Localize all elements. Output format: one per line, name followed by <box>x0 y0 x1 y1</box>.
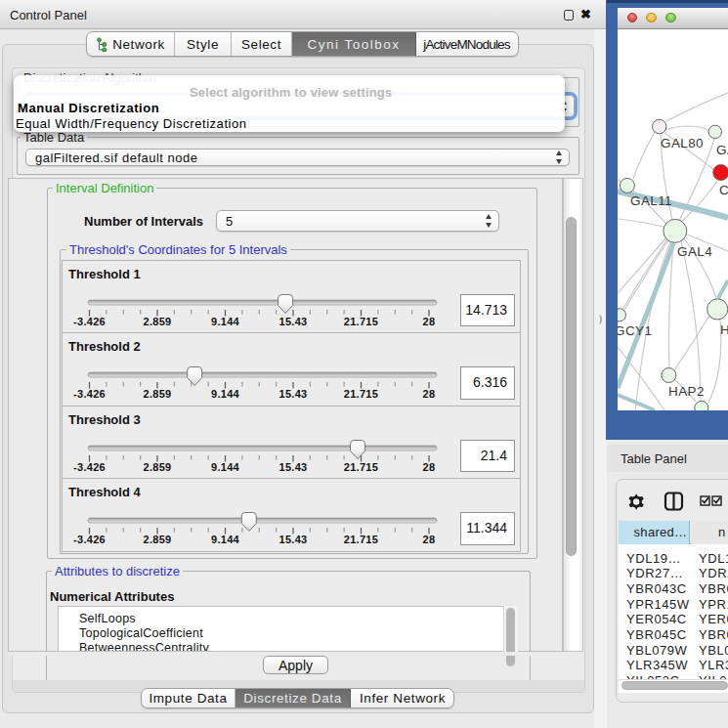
svg-text:2.859: 2.859 <box>143 461 171 473</box>
svg-text:21.715: 21.715 <box>344 316 378 327</box>
svg-text:HAP2: HAP2 <box>668 384 705 399</box>
svg-text:-3.426: -3.426 <box>73 461 106 473</box>
svg-text:28: 28 <box>423 316 436 327</box>
svg-text:28: 28 <box>423 534 436 545</box>
svg-text:9.144: 9.144 <box>211 461 240 473</box>
svg-text:9.144: 9.144 <box>211 316 240 327</box>
svg-text:21.715: 21.715 <box>344 534 378 545</box>
svg-text:15.43: 15.43 <box>278 388 307 400</box>
svg-text:2.859: 2.859 <box>143 316 171 327</box>
svg-text:H: H <box>720 322 728 337</box>
svg-text:GAL11: GAL11 <box>630 193 672 208</box>
svg-text:9.144: 9.144 <box>211 388 240 400</box>
svg-text:15.43: 15.43 <box>278 534 307 545</box>
svg-text:GA: GA <box>716 143 728 157</box>
svg-text:9.144: 9.144 <box>211 534 240 545</box>
svg-text:-3.426: -3.426 <box>73 534 106 545</box>
svg-text:15.43: 15.43 <box>278 461 307 473</box>
svg-text:C: C <box>719 183 728 197</box>
svg-text:GAL80: GAL80 <box>661 136 704 150</box>
svg-text:GAL4: GAL4 <box>677 244 712 259</box>
svg-text:15.43: 15.43 <box>278 316 307 327</box>
svg-text:GCY1: GCY1 <box>618 323 652 338</box>
svg-text:-3.426: -3.426 <box>73 316 106 327</box>
svg-text:21.715: 21.715 <box>344 388 378 400</box>
svg-text:28: 28 <box>423 388 436 400</box>
svg-text:2.859: 2.859 <box>143 388 171 400</box>
svg-text:-3.426: -3.426 <box>73 388 106 400</box>
svg-text:28: 28 <box>423 461 436 473</box>
svg-text:2.859: 2.859 <box>143 534 171 545</box>
svg-text:21.715: 21.715 <box>344 461 378 473</box>
